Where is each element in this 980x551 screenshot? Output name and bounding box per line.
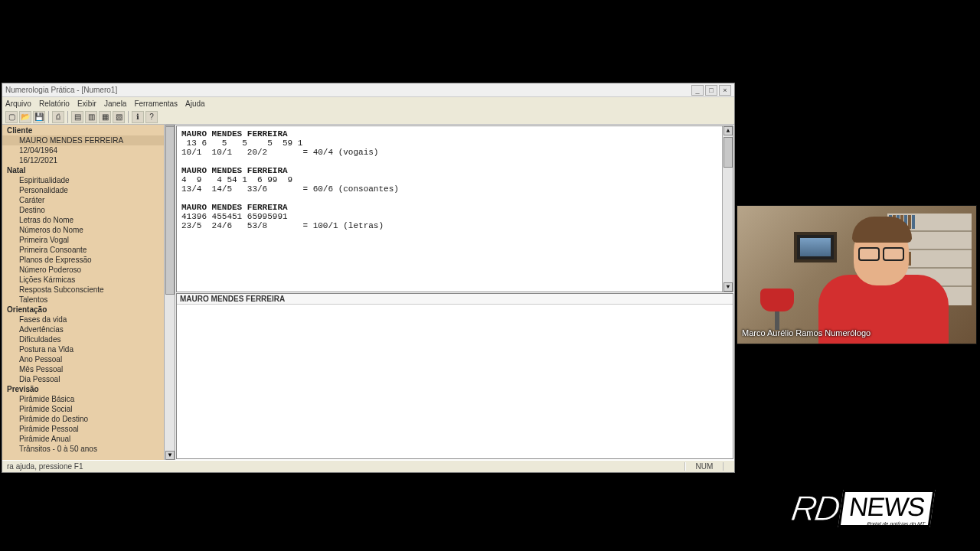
tb-report3-icon[interactable]: ▦ [99,111,111,123]
tree-piramide-social[interactable]: Pirâmide Social [2,404,164,414]
scroll-down-icon[interactable]: ▼ [724,282,733,292]
report-block3-row2: 23/5 24/6 53/8 = 100/1 (letras) [181,221,384,230]
tree-espiritualidade[interactable]: Espiritualidade [2,175,164,185]
tree-postura-vida[interactable]: Postura na Vida [2,344,164,354]
tree-piramide-destino[interactable]: Pirâmide do Destino [2,414,164,424]
tree-personalidade[interactable]: Personalidade [2,185,164,195]
report-scrollbar[interactable]: ▲ ▼ [722,126,733,292]
report-block1-row2: 10/1 10/1 20/2 = 40/4 (vogais) [181,148,378,157]
tb-print-icon[interactable]: ⎙ [52,111,64,123]
logo-news: NEWS [848,492,926,521]
close-button[interactable]: × [719,85,731,96]
tb-open-icon[interactable]: 📂 [19,111,31,123]
report-pane: MAURO MENDES FERREIRA 13 6 5 5 5 59 1 10… [176,126,733,292]
toolbar: ▢ 📂 💾 ⎙ ▤ ▥ ▦ ▧ ℹ ? [2,109,734,125]
tree-talentos[interactable]: Talentos [2,295,164,305]
sidebar: Cliente MAURO MENDES FERREIRA 12/04/1964… [2,125,175,460]
statusbar: ra ajuda, pressione F1 NUM [2,460,734,472]
detail-pane: MAURO MENDES FERREIRA [176,293,733,459]
sidebar-scrollbar[interactable]: ▲ ▼ [164,125,175,460]
webcam-overlay: Marco Aurélio Ramos Numerólogo [737,205,977,344]
logo-rd: RD [789,487,841,529]
tree-resposta-subconsciente[interactable]: Resposta Subconsciente [2,285,164,295]
menu-ferramentas[interactable]: Ferramentas [134,99,178,108]
tree-section-orientacao[interactable]: Orientação [2,305,164,315]
content-area: MAURO MENDES FERREIRA 13 6 5 5 5 59 1 10… [175,125,734,460]
tree-piramide-basica[interactable]: Pirâmide Básica [2,394,164,404]
tree-planos-expressao[interactable]: Planos de Expressão [2,255,164,265]
report-block3-row1: 41396 455451 65995991 [181,212,288,221]
tree-dificuldades[interactable]: Dificuldades [2,334,164,344]
detail-pane-title: MAURO MENDES FERREIRA [177,294,733,305]
menu-arquivo[interactable]: Arquivo [5,99,31,108]
app-title: Numerologia Prática - [Numero1] [5,86,117,94]
tree-advertencias[interactable]: Advertências [2,324,164,334]
app-window: Numerologia Prática - [Numero1] _ □ × Ar… [2,83,735,473]
report-block1-row1: 13 6 5 5 5 59 1 [181,139,302,148]
tree-primeira-vogal[interactable]: Primeira Vogal [2,235,164,245]
menu-janela[interactable]: Janela [104,99,126,108]
tb-report1-icon[interactable]: ▤ [71,111,83,123]
menubar: Arquivo Relatório Exibir Janela Ferramen… [2,97,734,109]
tb-save-icon[interactable]: 💾 [33,111,45,123]
scroll-thumb[interactable] [165,126,175,295]
tree-transitos[interactable]: Trânsitos - 0 à 50 anos [2,444,164,454]
tree-dia-pessoal[interactable]: Dia Pessoal [2,374,164,384]
tree-licoes-karmicas[interactable]: Lições Kármicas [2,275,164,285]
tree-fases-vida[interactable]: Fases da vida [2,315,164,324]
tb-info-icon[interactable]: ℹ [132,111,144,123]
scroll-up-icon[interactable]: ▲ [724,126,733,135]
report-block2-row1: 4 9 4 54 1 6 99 9 [181,175,292,184]
tree-piramide-pessoal[interactable]: Pirâmide Pessoal [2,424,164,434]
tree-numeros-nome[interactable]: Números do Nome [2,225,164,235]
status-help-text: ra ajuda, pressione F1 [2,462,685,471]
webcam-caption: Marco Aurélio Ramos Numerólogo [742,328,871,337]
tb-help-icon[interactable]: ? [145,111,158,123]
rdnews-logo: RD NEWS Portal de notícias do MT [792,484,965,533]
tree-mes-pessoal[interactable]: Mês Pessoal [2,364,164,374]
presenter [811,221,941,344]
minimize-button[interactable]: _ [691,85,704,96]
tree-letras-nome[interactable]: Letras do Nome [2,215,164,225]
tb-report4-icon[interactable]: ▧ [113,111,125,123]
tree-section-previsao[interactable]: Previsão [2,384,164,394]
scroll-thumb[interactable] [724,137,733,168]
tree-section-natal[interactable]: Natal [2,165,164,175]
tb-report2-icon[interactable]: ▥ [85,111,97,123]
menu-exibir[interactable]: Exibir [77,99,96,108]
tree-primeira-consoante[interactable]: Primeira Consoante [2,245,164,255]
tree-carater[interactable]: Caráter [2,195,164,205]
report-block2-row2: 13/4 14/5 33/6 = 60/6 (consoantes) [181,184,399,194]
report-block1-title: MAURO MENDES FERREIRA [181,129,288,139]
tree-client-name[interactable]: MAURO MENDES FERREIRA [2,135,164,145]
scroll-down-icon[interactable]: ▼ [165,451,175,460]
tree-numero-poderoso[interactable]: Número Poderoso [2,265,164,275]
tree-destino[interactable]: Destino [2,205,164,215]
tree-piramide-anual[interactable]: Pirâmide Anual [2,434,164,444]
desk-lamp [760,289,794,330]
tree-client-birth[interactable]: 12/04/1964 [2,145,164,155]
tree-ano-pessoal[interactable]: Ano Pessoal [2,354,164,364]
tree-client-date[interactable]: 16/12/2021 [2,155,164,165]
menu-ajuda[interactable]: Ajuda [185,99,205,108]
report-block2-title: MAURO MENDES FERREIRA [181,166,288,175]
main-area: Cliente MAURO MENDES FERREIRA 12/04/1964… [2,125,734,460]
menu-relatorio[interactable]: Relatório [39,99,70,108]
tb-new-icon[interactable]: ▢ [5,111,18,123]
titlebar[interactable]: Numerologia Prática - [Numero1] _ □ × [2,83,734,97]
maximize-button[interactable]: □ [705,85,717,96]
tree-section-cliente[interactable]: Cliente [2,126,164,135]
status-numlock: NUM [685,462,724,471]
report-block3-title: MAURO MENDES FERREIRA [181,203,288,212]
logo-tagline: Portal de notícias do MT [867,521,926,527]
